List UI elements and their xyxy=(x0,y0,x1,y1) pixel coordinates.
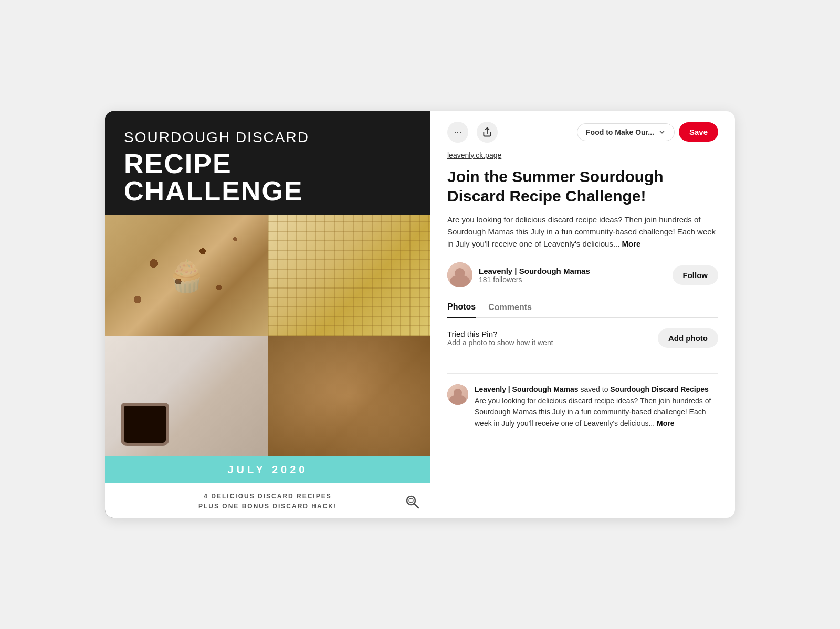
follow-button[interactable]: Follow xyxy=(673,265,719,285)
photos-section: Tried this Pin? Add a photo to show how … xyxy=(447,328,718,348)
food-photo-grid xyxy=(105,215,430,456)
pin-caption-area: 4 Delicious Discard Recipes Plus One Bon… xyxy=(105,483,430,518)
chevron-down-icon xyxy=(658,129,666,136)
save-button[interactable]: Save xyxy=(679,122,718,142)
activity-action: saved to xyxy=(581,385,611,393)
food-cell-muffins xyxy=(105,215,268,336)
author-name: Leavenly | Sourdough Mamas xyxy=(479,266,590,275)
activity-row: Leavenly | Sourdough Mamas saved to Sour… xyxy=(447,384,718,430)
external-link[interactable]: leavenly.ck.page xyxy=(447,151,718,159)
tab-comments[interactable]: Comments xyxy=(488,298,532,317)
author-row: Leavenly | Sourdough Mamas 181 followers… xyxy=(447,262,718,287)
tried-pin-row: Tried this Pin? Add a photo to show how … xyxy=(447,328,718,348)
more-options-button[interactable]: ··· xyxy=(447,122,468,143)
tried-subtitle: Add a photo to show how it went xyxy=(447,338,553,347)
activity-author-name: Leavenly | Sourdough Mamas xyxy=(475,385,579,393)
activity-text: Leavenly | Sourdough Mamas saved to Sour… xyxy=(475,384,718,430)
author-details: Leavenly | Sourdough Mamas 181 followers xyxy=(479,266,590,284)
pin-detail-description: Are you looking for delicious discard re… xyxy=(447,214,718,250)
author-info: Leavenly | Sourdough Mamas 181 followers xyxy=(447,262,590,287)
board-selector-label: Food to Make Our... xyxy=(586,128,654,136)
author-avatar[interactable] xyxy=(447,262,472,287)
tried-text: Tried this Pin? Add a photo to show how … xyxy=(447,329,553,347)
food-cell-waffles xyxy=(268,215,430,336)
pin-card: Sourdough Discard Recipe Challenge July … xyxy=(105,111,735,518)
pin-title: Recipe Challenge xyxy=(124,150,412,205)
svg-line-1 xyxy=(414,504,418,508)
description-more-link[interactable]: More xyxy=(622,239,641,248)
pin-subtitle: Sourdough Discard xyxy=(124,128,412,147)
pin-caption-text: 4 Delicious Discard Recipes Plus One Bon… xyxy=(118,492,418,511)
food-cell-coffee xyxy=(105,336,268,456)
add-photo-button[interactable]: Add photo xyxy=(658,328,718,348)
share-button[interactable] xyxy=(477,122,498,143)
pin-month-label: July 2020 xyxy=(112,464,423,476)
tried-title: Tried this Pin? xyxy=(447,329,553,338)
tab-photos[interactable]: Photos xyxy=(447,298,476,318)
section-divider xyxy=(447,373,718,374)
pin-image-panel: Sourdough Discard Recipe Challenge July … xyxy=(105,111,430,518)
author-followers: 181 followers xyxy=(479,275,590,284)
pin-detail-panel: ··· Food to Make Our... Save xyxy=(430,111,735,518)
activity-board-name: Sourdough Discard Recipes xyxy=(610,385,708,393)
pin-header: Sourdough Discard Recipe Challenge xyxy=(105,111,430,215)
pin-footer-banner: July 2020 xyxy=(105,456,430,483)
toolbar-left: ··· xyxy=(447,122,498,143)
pin-detail-title: Join the Summer Sourdough Discard Recipe… xyxy=(447,167,718,206)
toolbar-right: Food to Make Our... Save xyxy=(577,122,718,142)
activity-avatar[interactable] xyxy=(447,384,468,405)
pin-toolbar: ··· Food to Make Our... Save xyxy=(447,122,718,143)
share-icon xyxy=(482,127,492,137)
board-selector-button[interactable]: Food to Make Our... xyxy=(577,123,675,141)
activity-more-link[interactable]: More xyxy=(657,419,674,428)
food-cell-bread xyxy=(268,336,430,456)
visual-search-icon[interactable] xyxy=(404,494,421,510)
pin-tabs: Photos Comments xyxy=(447,298,718,318)
